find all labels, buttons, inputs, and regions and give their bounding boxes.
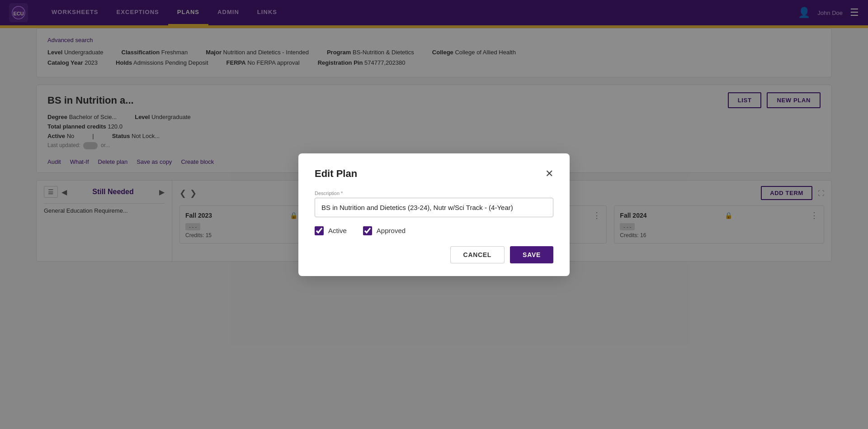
modal-overlay: Edit Plan ✕ Description * Active Approve…: [0, 0, 868, 262]
active-checkbox-label: Active: [328, 227, 347, 234]
modal-title: Edit Plan: [315, 168, 357, 180]
description-label: Description *: [315, 191, 553, 196]
modal-header: Edit Plan ✕: [315, 168, 553, 180]
description-input[interactable]: [315, 198, 553, 217]
modal-footer: CANCEL SAVE: [315, 246, 553, 262]
modal-close-button[interactable]: ✕: [545, 169, 553, 179]
active-checkbox-item: Active: [315, 226, 347, 235]
approved-checkbox-label: Approved: [377, 227, 406, 234]
approved-checkbox[interactable]: [363, 226, 372, 235]
save-button[interactable]: SAVE: [510, 246, 553, 262]
cancel-button[interactable]: CANCEL: [450, 246, 505, 262]
description-field-group: Description *: [315, 191, 553, 217]
approved-checkbox-item: Approved: [363, 226, 406, 235]
active-checkbox[interactable]: [315, 226, 324, 235]
checkbox-row: Active Approved: [315, 226, 553, 235]
edit-plan-modal: Edit Plan ✕ Description * Active Approve…: [298, 153, 570, 262]
